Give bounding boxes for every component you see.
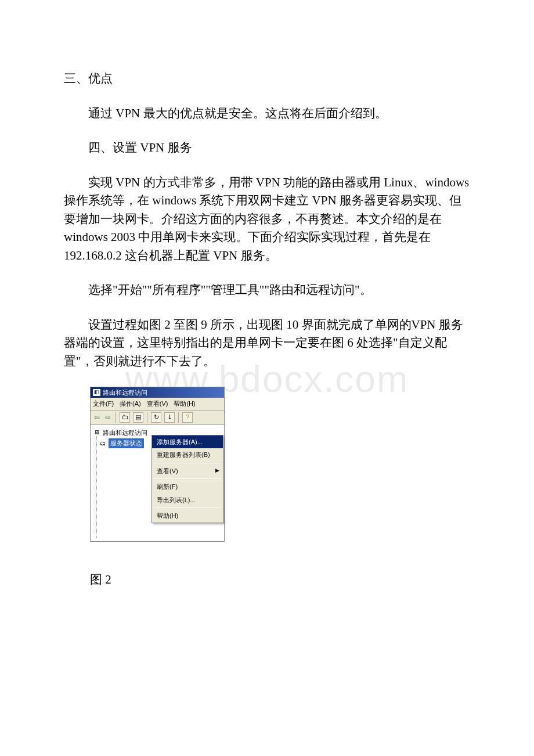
heading-section-3: 三、优点	[64, 70, 470, 88]
help-icon[interactable]: ?	[182, 412, 193, 423]
tree-connector-line	[96, 436, 97, 538]
toolbar-divider	[116, 412, 116, 423]
ctx-add-server-label: 添加服务器(A)...	[157, 437, 203, 447]
export-icon[interactable]: ⤓	[164, 412, 175, 423]
document-page: 三、优点 通过 VPN 最大的优点就是安全。这点将在后面介绍到。 四、设置 VP…	[0, 0, 534, 589]
back-arrow-icon[interactable]: ⇦	[93, 413, 101, 422]
ctx-rebuild-list[interactable]: 重建服务器列表(B)	[152, 448, 223, 462]
toolbar-divider	[178, 412, 179, 423]
tree-pane: 🖥 路由和远程访问 🗂 服务器状态 添加服务器(A)... 重建服务器列表(B)	[91, 425, 224, 541]
window-titlebar: ◧ 路由和远程访问	[91, 387, 224, 398]
figure-caption: 图 2	[90, 571, 470, 589]
ctx-export-label: 导出列表(L)...	[157, 495, 196, 505]
server-icon: 🖥	[93, 429, 101, 436]
menu-action[interactable]: 操作(A)	[120, 399, 141, 409]
rras-window: ◧ 路由和远程访问 文件(F) 操作(A) 查看(V) 帮助(H) ⇦ ⇨ 🗀 …	[90, 387, 225, 542]
tree-node-label: 服务器状态	[109, 438, 144, 448]
paragraph-4: 设置过程如图 2 至图 9 所示，出现图 10 界面就完成了单网的VPN 服务器…	[64, 316, 470, 371]
forward-arrow-icon[interactable]: ⇨	[104, 413, 112, 422]
submenu-arrow-icon: ▶	[215, 467, 219, 475]
folder-icon: 🗂	[99, 440, 107, 447]
up-folder-icon[interactable]: 🗀	[120, 412, 130, 423]
ctx-separator	[153, 507, 222, 508]
menu-help[interactable]: 帮助(H)	[174, 399, 195, 409]
ctx-view-label: 查看(V)	[157, 466, 178, 476]
ctx-rebuild-label: 重建服务器列表(B)	[157, 450, 210, 460]
ctx-separator	[153, 478, 222, 479]
ctx-separator	[153, 463, 222, 463]
paragraph-2: 实现 VPN 的方式非常多，用带 VPN 功能的路由器或用 Linux、wind…	[64, 174, 470, 265]
figure-2-screenshot: ◧ 路由和远程访问 文件(F) 操作(A) 查看(V) 帮助(H) ⇦ ⇨ 🗀 …	[90, 387, 470, 542]
ctx-refresh-label: 刷新(F)	[157, 482, 178, 492]
window-title: 路由和远程访问	[103, 388, 147, 398]
tree-root-label: 路由和远程访问	[103, 428, 147, 438]
toolbar-divider	[147, 412, 147, 423]
ctx-export[interactable]: 导出列表(L)...	[152, 494, 223, 507]
properties-icon[interactable]: ▤	[133, 412, 143, 423]
app-icon: ◧	[93, 389, 100, 396]
ctx-add-server[interactable]: 添加服务器(A)...	[152, 435, 223, 449]
ctx-view[interactable]: 查看(V) ▶	[152, 465, 223, 478]
ctx-help-label: 帮助(H)	[157, 511, 178, 521]
refresh-icon[interactable]: ↻	[151, 412, 161, 423]
menu-file[interactable]: 文件(F)	[93, 399, 114, 409]
paragraph-1: 通过 VPN 最大的优点就是安全。这点将在后面介绍到。	[64, 105, 470, 123]
ctx-refresh[interactable]: 刷新(F)	[152, 480, 223, 494]
menu-view[interactable]: 查看(V)	[147, 399, 168, 409]
ctx-help[interactable]: 帮助(H)	[152, 509, 223, 523]
menu-bar: 文件(F) 操作(A) 查看(V) 帮助(H)	[91, 398, 224, 411]
toolbar: ⇦ ⇨ 🗀 ▤ ↻ ⤓ ?	[91, 411, 224, 425]
heading-section-4: 四、设置 VPN 服务	[64, 139, 470, 157]
context-menu: 添加服务器(A)... 重建服务器列表(B) 查看(V) ▶ 刷新(F)	[151, 435, 223, 523]
paragraph-3: 选择"开始""所有程序""管理工具""路由和远程访问"。	[64, 281, 470, 300]
